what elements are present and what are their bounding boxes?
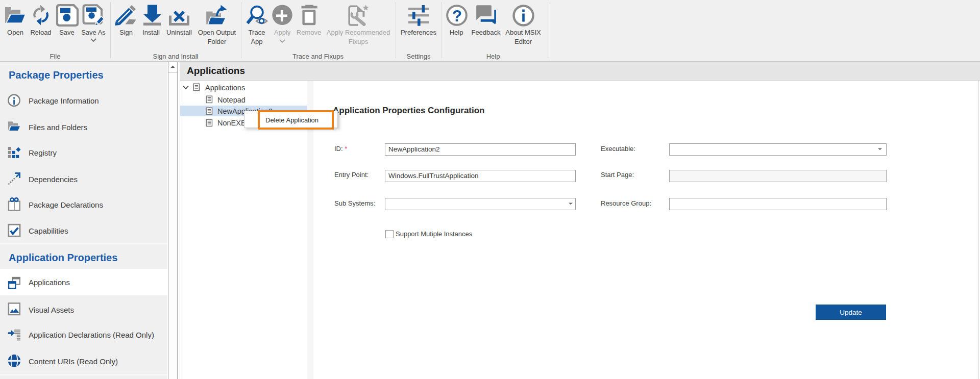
- svg-text:?: ?: [452, 7, 462, 25]
